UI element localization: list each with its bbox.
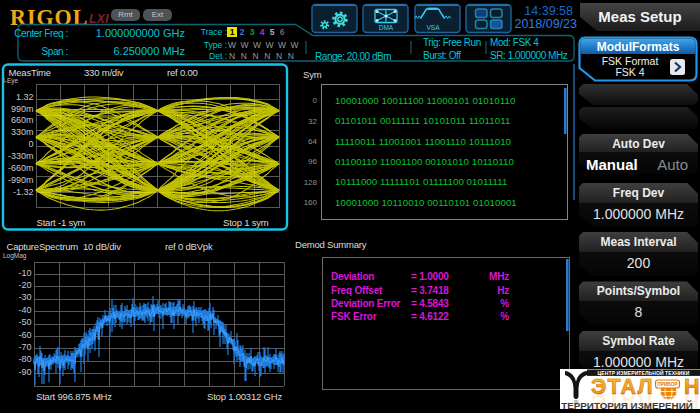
svg-text:ModulFormats: ModulFormats — [597, 40, 680, 54]
svg-text:FSK 4: FSK 4 — [615, 66, 644, 78]
svg-text:ТЕРРИТОРИЯ ИЗМЕРЕНИЙ: ТЕРРИТОРИЯ ИЗМЕРЕНИЙ — [561, 400, 692, 411]
svg-text:ПРИБОР: ПРИБОР — [657, 382, 678, 387]
